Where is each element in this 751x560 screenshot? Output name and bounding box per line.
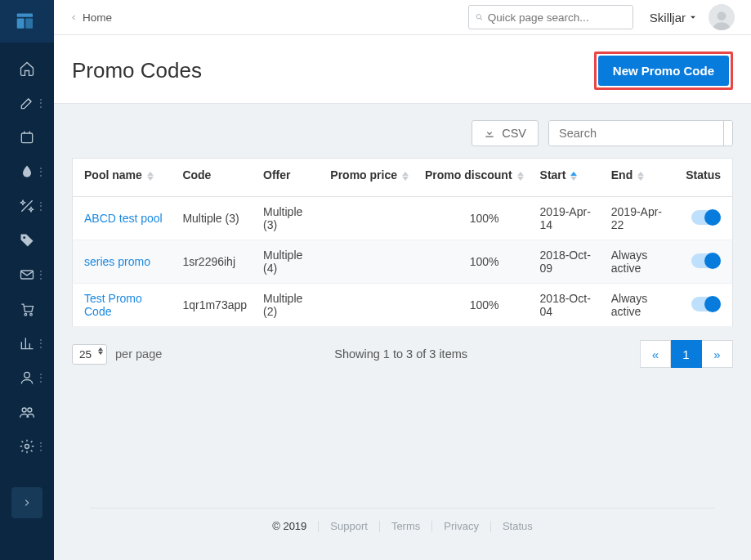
pagination: « 1 » [640, 340, 733, 368]
export-csv-button[interactable]: CSV [472, 120, 539, 146]
cell-code: 1sr2296ihj [174, 240, 255, 284]
submenu-indicator-icon: ⋮ [36, 338, 46, 349]
submenu-indicator-icon: ⋮ [36, 200, 46, 212]
col-code[interactable]: Code [174, 159, 255, 197]
svg-point-8 [25, 372, 30, 378]
cell-offer: Multiple (4) [255, 240, 322, 284]
nav-users-icon[interactable] [0, 404, 54, 420]
cell-discount: 100% [417, 197, 532, 240]
breadcrumb-label: Home [83, 11, 112, 24]
table-row: series promo 1sr2296ihj Multiple (4) 100… [73, 240, 733, 284]
cell-end: 2019-Apr-22 [603, 197, 677, 240]
svg-point-12 [717, 11, 726, 20]
svg-point-11 [25, 445, 29, 449]
download-icon [484, 128, 495, 139]
footer-link-status[interactable]: Status [503, 520, 533, 532]
status-toggle[interactable] [691, 210, 721, 225]
page-header: Promo Codes New Promo Code [54, 35, 751, 104]
col-price[interactable]: Promo price [322, 159, 417, 197]
table-row: ABCD test pool Multiple (3) Multiple (3)… [73, 197, 733, 240]
svg-rect-0 [17, 13, 33, 16]
cell-price [322, 240, 417, 284]
table-search-go-button[interactable]: Go [723, 121, 733, 146]
copyright: © 2019 [272, 520, 306, 532]
cell-end: Always active [603, 240, 677, 284]
status-toggle[interactable] [691, 297, 721, 311]
footer-link-privacy[interactable]: Privacy [444, 520, 479, 532]
cell-discount: 100% [417, 240, 532, 284]
submenu-indicator-icon: ⋮ [36, 441, 46, 452]
footer-link-support[interactable]: Support [330, 520, 368, 532]
breadcrumb-home[interactable]: Home [70, 11, 112, 24]
nav-magic-icon[interactable]: ⋮ [0, 198, 54, 214]
showing-text: Showing 1 to 3 of 3 items [162, 347, 640, 361]
page-prev[interactable]: « [640, 340, 671, 368]
svg-rect-3 [21, 133, 32, 143]
per-page-value: 25 [79, 348, 92, 361]
page-current[interactable]: 1 [671, 340, 702, 368]
table-footer: 25 per page Showing 1 to 3 of 3 items « … [72, 340, 733, 368]
csv-label: CSV [502, 127, 526, 140]
svg-rect-1 [17, 19, 25, 29]
nav-cart-icon[interactable] [0, 301, 54, 317]
cell-price [322, 284, 417, 327]
page-title: Promo Codes [72, 58, 202, 83]
col-pool[interactable]: Pool name [73, 159, 175, 197]
submenu-indicator-icon: ⋮ [36, 372, 46, 383]
table-search-input[interactable] [549, 121, 723, 146]
cell-price [322, 197, 417, 240]
pool-link[interactable]: Test Promo Code [84, 292, 142, 318]
col-status: Status [677, 159, 732, 197]
main: Home Skilljar Promo Codes New Promo Code… [54, 0, 751, 560]
submenu-indicator-icon: ⋮ [36, 269, 46, 280]
org-name: Skilljar [650, 11, 686, 25]
app-logo[interactable] [0, 0, 54, 43]
per-page-label: per page [115, 347, 162, 361]
promo-codes-table: Pool name Code Offer Promo price Promo d… [72, 158, 733, 327]
pool-link[interactable]: ABCD test pool [84, 212, 163, 225]
col-discount[interactable]: Promo discount [417, 159, 532, 197]
status-toggle[interactable] [691, 253, 721, 268]
svg-point-4 [23, 236, 25, 239]
cell-discount: 100% [417, 284, 532, 327]
page-next[interactable]: » [702, 340, 733, 368]
footer-link-terms[interactable]: Terms [391, 520, 420, 532]
col-end[interactable]: End [603, 159, 677, 197]
nav-drop-icon[interactable]: ⋮ [0, 164, 54, 180]
nav-home-icon[interactable] [0, 60, 54, 77]
nav-settings-icon[interactable]: ⋮ [0, 438, 54, 455]
chevron-left-icon [70, 14, 78, 21]
org-menu[interactable]: Skilljar [650, 11, 697, 25]
cell-offer: Multiple (3) [255, 197, 322, 240]
avatar-icon [711, 9, 732, 30]
svg-point-9 [22, 408, 26, 412]
sidebar: ⋮ ⋮ ⋮ ⋮ ⋮ ⋮ [0, 0, 54, 560]
per-page-select[interactable]: 25 [72, 344, 107, 365]
table-toolbar: CSV Go [72, 120, 733, 146]
sidebar-expand-button[interactable] [11, 487, 42, 518]
page-footer: © 2019 Support Terms Privacy Status [90, 508, 715, 544]
cell-start: 2018-Oct-04 [532, 284, 603, 327]
table-row: Test Promo Code 1qr1m73app Multiple (2) … [73, 284, 733, 327]
quick-search[interactable] [468, 5, 633, 29]
nav-mail-icon[interactable]: ⋮ [0, 267, 54, 283]
nav-edit-icon[interactable]: ⋮ [0, 95, 54, 111]
col-offer[interactable]: Offer [255, 159, 322, 197]
svg-point-6 [25, 313, 26, 316]
stepper-arrows-icon [98, 347, 103, 355]
submenu-indicator-icon: ⋮ [36, 97, 46, 109]
pool-link[interactable]: series promo [84, 255, 150, 268]
quick-search-input[interactable] [488, 11, 626, 24]
cell-start: 2019-Apr-14 [532, 197, 603, 240]
cell-start: 2018-Oct-09 [532, 240, 603, 284]
new-promo-code-button[interactable]: New Promo Code [598, 56, 729, 86]
nav-analytics-icon[interactable]: ⋮ [0, 335, 54, 352]
col-start[interactable]: Start [532, 159, 603, 197]
nav-user-icon[interactable]: ⋮ [0, 370, 54, 386]
nav-calendar-icon[interactable] [0, 129, 54, 146]
nav-tag-icon[interactable] [0, 232, 54, 249]
user-avatar[interactable] [709, 4, 735, 30]
svg-point-7 [30, 313, 33, 316]
svg-rect-2 [25, 19, 33, 29]
topbar: Home Skilljar [54, 0, 751, 35]
